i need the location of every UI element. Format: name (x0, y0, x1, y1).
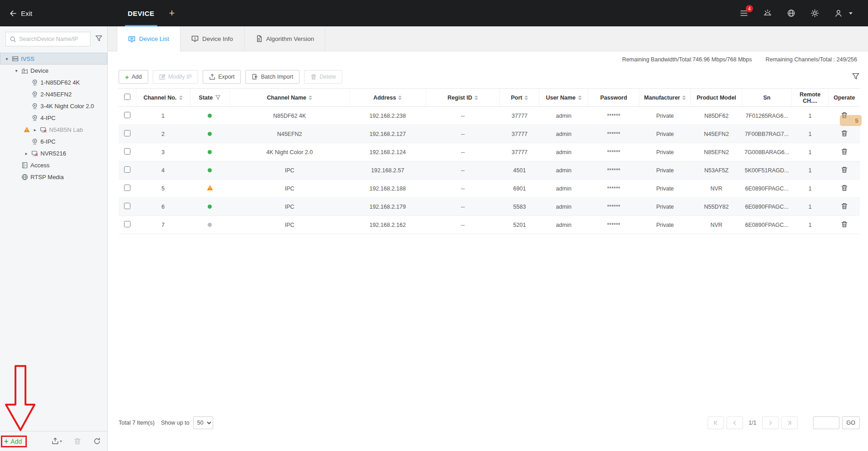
tree-item-n54b5n-lab[interactable]: ▸N54B5N Lab (0, 124, 107, 135)
tab-strip: Device ListDevice InfoAlgorithm Version (108, 26, 868, 51)
row-checkbox[interactable] (124, 203, 130, 209)
add-button[interactable]: +Add (119, 70, 148, 84)
toolbar-button-label: Export (218, 74, 234, 80)
table-filter-icon[interactable] (852, 72, 860, 82)
topbar-tab-device[interactable]: DEVICE (122, 0, 160, 26)
sidebar-filter-icon[interactable] (95, 35, 103, 44)
last-page-button[interactable] (781, 416, 798, 429)
alarm-icon[interactable] (763, 8, 773, 18)
sort-icon[interactable] (524, 95, 528, 100)
column-header-state[interactable]: State (190, 89, 229, 107)
next-page-button[interactable] (762, 416, 778, 429)
cell-channel_name: 4K Night Color 2.0 (230, 143, 349, 161)
exit-button[interactable]: Exit (0, 10, 108, 17)
tree-item-2-n45efn2[interactable]: 2-N45EFN2 (0, 88, 107, 100)
tree-item-label: NVR5216 (40, 150, 66, 157)
tree-item-nvr5216[interactable]: ▸NVR5216 (0, 147, 107, 159)
row-checkbox[interactable] (124, 148, 130, 155)
new-tab-button[interactable]: + (169, 0, 175, 26)
cell-operate (828, 180, 860, 198)
row-checkbox[interactable] (124, 185, 130, 191)
column-header-channel_name[interactable]: Channel Name (230, 89, 349, 107)
delete-row-button[interactable] (841, 220, 848, 229)
user-menu-icon[interactable] (833, 8, 843, 18)
tab-device-list[interactable]: Device List (117, 26, 180, 51)
device-table-body: 1N85DF62 4K192.168.2.238--37777admin****… (119, 107, 860, 234)
cell-sn: 6E0890FPAGC... (742, 198, 792, 216)
network-icon[interactable] (786, 8, 796, 18)
tree-caret-down-icon[interactable]: ▾ (4, 56, 10, 61)
column-header-address[interactable]: Address (349, 89, 426, 107)
device-table-head: Channel No.StateChannel NameAddressRegis… (119, 89, 860, 107)
delete-row-button[interactable] (841, 184, 848, 193)
column-header-select-all[interactable] (119, 89, 136, 107)
delete-row-button[interactable] (841, 111, 848, 120)
page-size-select[interactable]: 50 (193, 416, 213, 429)
state-online-dot (208, 132, 212, 136)
delete-button[interactable]: Delete (304, 70, 342, 84)
export-button[interactable]: Export (203, 70, 241, 84)
prev-page-button[interactable] (727, 416, 743, 429)
column-label: Remote CH.... (792, 91, 828, 104)
row-checkbox[interactable] (124, 130, 130, 136)
sort-icon[interactable] (578, 95, 582, 100)
column-header-port[interactable]: Port (500, 89, 539, 107)
cell-checkbox (119, 198, 136, 216)
tree-caret-right-icon[interactable]: ▸ (24, 151, 29, 156)
delete-row-button[interactable] (841, 148, 848, 156)
go-button[interactable]: GO (842, 416, 860, 429)
row-checkbox[interactable] (124, 112, 130, 118)
select-all-checkbox[interactable] (124, 94, 130, 100)
tree-item-3-4k-night-color-2-0[interactable]: 3-4K Night Color 2.0 (0, 100, 107, 112)
tree-item-access[interactable]: Access (0, 159, 107, 171)
state-filter-icon[interactable] (215, 95, 221, 100)
batch-import-button[interactable]: Batch Import (245, 70, 299, 84)
table-row: 7IPC192.168.2.162--5201admin******Privat… (119, 216, 860, 234)
cell-port: 5583 (500, 198, 539, 216)
tab-device-info[interactable]: Device Info (180, 26, 244, 51)
sidebar-export-button[interactable]: ▾ (51, 437, 62, 445)
tree-item-4-ipc[interactable]: 4-IPC (0, 112, 107, 124)
tree-item-1-n85df62-4k[interactable]: 1-N85DF62 4K (0, 76, 107, 88)
column-header-user_name[interactable]: User Name (539, 89, 588, 107)
table-row: 34K Night Color 2.0192.168.2.124--37777a… (119, 143, 860, 161)
sidebar-add-button[interactable]: + Add (4, 437, 22, 446)
row-checkbox[interactable] (124, 166, 130, 173)
task-list-icon[interactable]: 4 (739, 8, 749, 18)
delete-row-button[interactable] (841, 202, 848, 211)
tree-caret-down-icon[interactable]: ▾ (14, 68, 19, 73)
cell-state (190, 180, 229, 198)
cell-password: ****** (588, 107, 639, 125)
sort-icon[interactable] (474, 95, 478, 100)
cell-sn: 6E0890FPAGC... (742, 180, 792, 198)
column-header-sn: Sn (742, 89, 792, 107)
column-header-manufacturer[interactable]: Manufacturer (639, 89, 691, 107)
sort-icon[interactable] (682, 95, 686, 100)
column-header-regist_id[interactable]: Regist ID (426, 89, 499, 107)
tree-caret-right-icon[interactable]: ▸ (32, 127, 38, 132)
sort-icon[interactable] (179, 95, 183, 100)
sort-icon[interactable] (309, 95, 312, 100)
first-page-button[interactable] (708, 416, 724, 429)
table-row: 6IPC192.168.2.179--5583admin******Privat… (119, 198, 860, 216)
gear-icon[interactable] (810, 8, 820, 18)
tab-algorithm-version[interactable]: Algorithm Version (244, 26, 326, 51)
tree-item-ivss[interactable]: ▾IVSS (0, 53, 107, 65)
tree-item-6-ipc[interactable]: 6-IPC (0, 135, 107, 147)
stats-line: Remaining Bandwidth/Total:746.96 Mbps/76… (119, 51, 860, 66)
tree-item-label: IVSS (21, 55, 35, 62)
page-jump-input[interactable] (813, 416, 839, 429)
channels-stat: Remaining Channels/Total : 249/256 (765, 56, 857, 66)
column-header-channel_no[interactable]: Channel No. (136, 89, 190, 107)
modify-ip-button[interactable]: Modify IP (153, 70, 198, 84)
tree-item-device[interactable]: ▾Device (0, 65, 107, 76)
sort-icon[interactable] (398, 95, 402, 100)
device-search-input[interactable] (19, 36, 86, 42)
delete-row-button[interactable] (841, 130, 848, 138)
tree-item-rtsp-media[interactable]: RTSP Media (0, 171, 107, 183)
table-row: 5IPC192.168.2.188--6901admin******Privat… (119, 180, 860, 198)
sidebar-refresh-button[interactable] (93, 437, 101, 445)
sidebar-delete-button[interactable] (74, 437, 81, 445)
delete-row-button[interactable] (841, 166, 848, 175)
row-checkbox[interactable] (124, 221, 130, 227)
